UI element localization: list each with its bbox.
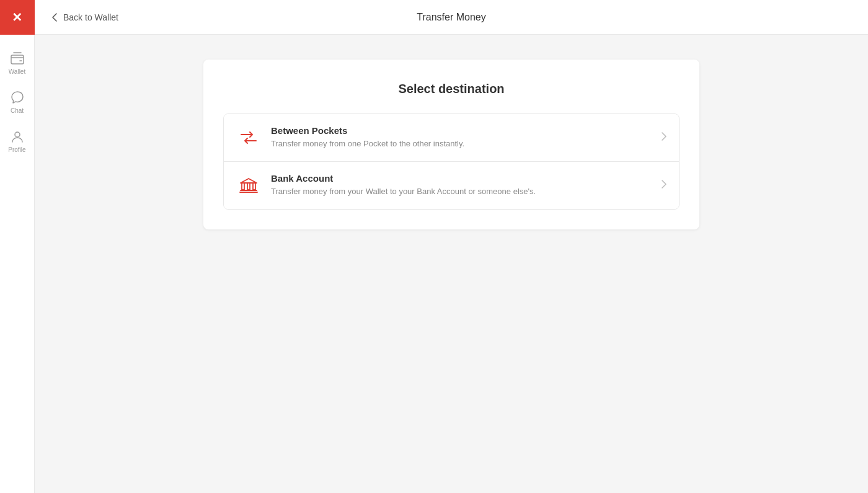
svg-rect-0: [11, 55, 24, 64]
back-button[interactable]: Back to Wallet: [50, 12, 118, 22]
section-title: Select destination: [223, 82, 680, 96]
transfer-icon: [236, 125, 261, 150]
sidebar-item-wallet[interactable]: Wallet: [0, 45, 34, 79]
chat-icon: [10, 90, 25, 105]
page-title: Transfer Money: [417, 12, 485, 23]
destination-card: Select destination Between Pockets Trans…: [203, 60, 699, 229]
svg-rect-2: [242, 183, 244, 190]
sidebar-nav: Wallet Chat Profile: [0, 35, 34, 157]
close-icon: ✕: [12, 11, 22, 24]
sidebar-item-chat-label: Chat: [11, 107, 24, 114]
chevron-right-icon-bank: [662, 180, 666, 191]
logo-button[interactable]: ✕: [0, 0, 35, 35]
bank-account-option[interactable]: Bank Account Transfer money from your Wa…: [224, 162, 679, 209]
svg-rect-3: [247, 183, 250, 190]
between-pockets-option[interactable]: Between Pockets Transfer money from one …: [224, 114, 679, 162]
sidebar-item-profile-label: Profile: [8, 146, 25, 153]
bank-account-text: Bank Account Transfer money from your Wa…: [271, 173, 654, 197]
bank-icon: [236, 173, 261, 198]
svg-rect-4: [253, 183, 255, 190]
between-pockets-text: Between Pockets Transfer money from one …: [271, 125, 654, 149]
back-button-label: Back to Wallet: [63, 12, 118, 22]
content-area: Select destination Between Pockets Trans…: [35, 35, 868, 493]
svg-point-1: [15, 132, 20, 137]
between-pockets-desc: Transfer money from one Pocket to the ot…: [271, 138, 654, 149]
wallet-icon: [10, 51, 25, 66]
profile-icon: [10, 129, 25, 144]
chevron-right-icon-pockets: [662, 132, 666, 143]
sidebar-item-profile[interactable]: Profile: [0, 123, 34, 157]
bank-account-desc: Transfer money from your Wallet to your …: [271, 186, 654, 197]
sidebar-item-chat[interactable]: Chat: [0, 84, 34, 118]
main-area: Back to Wallet Transfer Money Select des…: [35, 0, 868, 493]
bank-account-title: Bank Account: [271, 173, 654, 184]
topbar: Back to Wallet Transfer Money: [35, 0, 868, 35]
chevron-left-icon: [50, 12, 60, 22]
sidebar: ✕ Wallet Chat: [0, 0, 35, 493]
sidebar-item-wallet-label: Wallet: [9, 68, 25, 75]
between-pockets-title: Between Pockets: [271, 125, 654, 136]
option-list: Between Pockets Transfer money from one …: [223, 113, 680, 210]
